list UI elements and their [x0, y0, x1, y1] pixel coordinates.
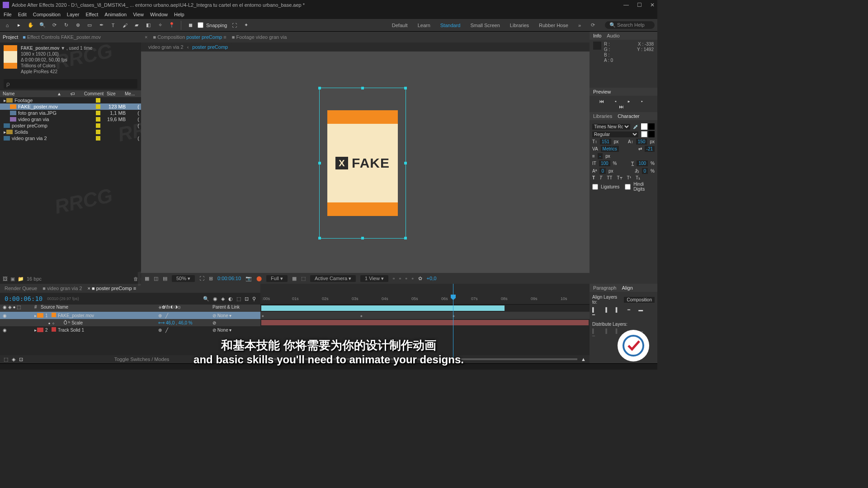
menu-window[interactable]: Window — [150, 12, 168, 17]
anchor-tool-icon[interactable]: ⊕ — [73, 21, 82, 30]
menu-file[interactable]: File — [4, 12, 12, 17]
kerning-select[interactable]: Metrics — [601, 146, 619, 152]
current-timecode[interactable]: 0:00:06:10 — [5, 295, 42, 302]
bpc-toggle[interactable]: 16 bpc — [27, 276, 42, 282]
tab-libraries[interactable]: Libraries — [593, 113, 612, 119]
menu-composition[interactable]: Composition — [33, 12, 61, 17]
roto-tool-icon[interactable]: ✧ — [156, 21, 165, 30]
hscale-input[interactable]: 100 — [637, 160, 648, 166]
exposure-icon[interactable]: ✿ — [418, 276, 422, 282]
brush-tool-icon[interactable]: 🖌 — [120, 21, 129, 30]
align-buttons[interactable]: ▌ ▐ ▌ ━ ▬ ━ — [592, 307, 655, 317]
font-family-select[interactable]: Times New Roman — [592, 124, 630, 130]
tab-comp2[interactable]: × ■ poster preComp ≡ — [88, 286, 137, 291]
view-opt2-icon[interactable]: ▫ — [399, 276, 401, 281]
tl-foot-icon1[interactable]: ⬚ — [4, 357, 8, 362]
breadcrumb[interactable]: video gran via 2‹poster preComp — [145, 43, 231, 51]
view-opt3-icon[interactable]: ▫ — [406, 276, 407, 281]
time-display[interactable]: 0:00:06:10 — [217, 276, 241, 281]
layer-row-1[interactable]: ◉ ▸ 1 FAKE_poster.mov ⊕ ╱ ⊘ None ▾ — [0, 312, 260, 319]
tab-comp1[interactable]: ■ video gran via 2 — [42, 286, 82, 291]
subscript-button[interactable]: T₁ — [636, 175, 640, 180]
rotate-tool-icon[interactable]: ↻ — [61, 21, 71, 30]
snapshot-icon[interactable]: 📷 — [245, 276, 252, 282]
exposure-value[interactable]: +0,0 — [427, 276, 437, 281]
workspace-rubber[interactable]: Rubber Hose — [539, 23, 568, 28]
shape-fill-icon[interactable]: ◼ — [186, 21, 195, 30]
tab-preview[interactable]: Preview — [593, 89, 611, 94]
puppet-tool-icon[interactable]: 📍 — [167, 21, 176, 30]
tl-opt1-icon[interactable]: ◉ — [213, 296, 217, 302]
tracking-input[interactable]: -21 — [645, 146, 655, 152]
layer-row-2[interactable]: ◉ ▸ 2 Track Solid 1 ⊕ ╱ ⊘ None ▾ — [0, 326, 260, 333]
hand-tool-icon[interactable]: ✋ — [26, 21, 35, 30]
zoom-slider[interactable] — [271, 358, 577, 360]
align-to-select[interactable]: Composition — [624, 297, 655, 303]
tab-character[interactable]: Character — [618, 113, 639, 119]
superscript-button[interactable]: T¹ — [627, 175, 631, 180]
leading-input[interactable]: 150 — [636, 139, 647, 145]
faux-bold-button[interactable]: T — [592, 175, 595, 180]
view-opt4-icon[interactable]: ▫ — [412, 276, 414, 281]
project-columns[interactable]: Name ▲ 🏷 Comment Size Me... — [0, 90, 141, 97]
menu-animation[interactable]: Animation — [104, 12, 127, 17]
preview-controls[interactable]: ⏮ ◂ ▶ ▸ ⏭ — [590, 96, 657, 112]
trash-icon[interactable]: 🗑 — [133, 276, 138, 282]
guides-icon[interactable]: ⊞ — [209, 276, 213, 282]
pen-tool-icon[interactable]: ✒ — [97, 21, 106, 30]
transparent-icon[interactable]: ▦ — [292, 276, 297, 282]
stroke-width-input[interactable]: - — [598, 153, 603, 159]
mask-icon[interactable]: ◫ — [154, 276, 158, 282]
home-icon[interactable]: ⌂ — [3, 21, 12, 30]
interpret-icon[interactable]: 🖼 — [3, 276, 8, 282]
composition-viewer[interactable]: XFAKE — [141, 52, 590, 273]
eraser-tool-icon[interactable]: ◧ — [144, 21, 153, 30]
menu-help[interactable]: Help — [174, 12, 184, 17]
tl-opt3-icon[interactable]: ◐ — [228, 296, 233, 302]
workspace-learn[interactable]: Learn — [418, 23, 430, 28]
timeline-right[interactable]: :00s 01s 02s 03s 04s 05s 06s 07s 08s 09s… — [260, 284, 590, 363]
fill-swatch[interactable] — [641, 123, 647, 130]
snap-opt2-icon[interactable]: ✦ — [242, 21, 251, 30]
workspace-default[interactable]: Default — [392, 23, 408, 28]
maximize-button[interactable]: ☐ — [637, 2, 642, 8]
workspace-more-icon[interactable]: » — [578, 23, 581, 28]
orbit-tool-icon[interactable]: ⟳ — [50, 21, 59, 30]
zoom-tool-icon[interactable]: 🔍 — [38, 21, 47, 30]
font-size-input[interactable]: 151 — [600, 139, 611, 145]
layer-prop-scale[interactable]: ⬥ ⬦ Ŏ ᵇ Scale ⟷ 46,0 , 46,0 % ⊘ — [0, 319, 260, 326]
baseline-input[interactable]: 0 — [599, 168, 606, 174]
workspace-small[interactable]: Small Screen — [470, 23, 500, 28]
tab-render-queue[interactable]: Render Queue — [5, 286, 37, 291]
ligatures-checkbox[interactable] — [592, 184, 598, 190]
views-selector[interactable]: 1 View ▾ — [360, 275, 388, 282]
tab-audio[interactable]: Audio — [607, 33, 619, 38]
tab-composition[interactable]: ■ Composition poster preComp ≡ — [153, 34, 226, 40]
minimize-button[interactable]: — — [623, 2, 629, 8]
project-search-input[interactable] — [4, 79, 137, 89]
new-comp-icon[interactable]: ▣ — [10, 276, 15, 282]
3d-icon[interactable]: ⬚ — [301, 276, 306, 282]
tab-project[interactable]: Project — [3, 34, 18, 40]
type-tool-icon[interactable]: T — [108, 21, 118, 30]
stroke-swatch[interactable] — [648, 123, 655, 130]
zoom-out-icon[interactable]: ━ — [264, 357, 267, 362]
playhead[interactable] — [453, 284, 453, 363]
resolution-selector[interactable]: Full ▾ — [266, 275, 288, 282]
vscale-input[interactable]: 100 — [599, 160, 610, 166]
menu-layer[interactable]: Layer — [67, 12, 80, 17]
smallcaps-button[interactable]: Tᴛ — [617, 175, 622, 180]
tab-info[interactable]: Info — [593, 33, 601, 38]
tl-search-icon[interactable]: 🔍 — [203, 296, 209, 302]
tab-paragraph[interactable]: Paragraph — [593, 285, 616, 291]
eyedropper-icon[interactable]: 💉 — [633, 124, 638, 129]
search-help-input[interactable]: 🔍 Search Help — [605, 21, 655, 29]
tl-opt6-icon[interactable]: ⚲ — [252, 296, 256, 302]
camera-selector[interactable]: Active Camera ▾ — [310, 275, 356, 282]
selection-bbox[interactable] — [319, 88, 406, 239]
tl-opt2-icon[interactable]: ◈ — [221, 296, 225, 302]
view-opt1-icon[interactable]: ▫ — [393, 276, 395, 281]
new-folder-icon[interactable]: 📁 — [18, 276, 24, 282]
tab-effect-controls[interactable]: ■ Effect Controls FAKE_poster.mov — [23, 34, 101, 40]
clone-tool-icon[interactable]: ▰ — [132, 21, 141, 30]
